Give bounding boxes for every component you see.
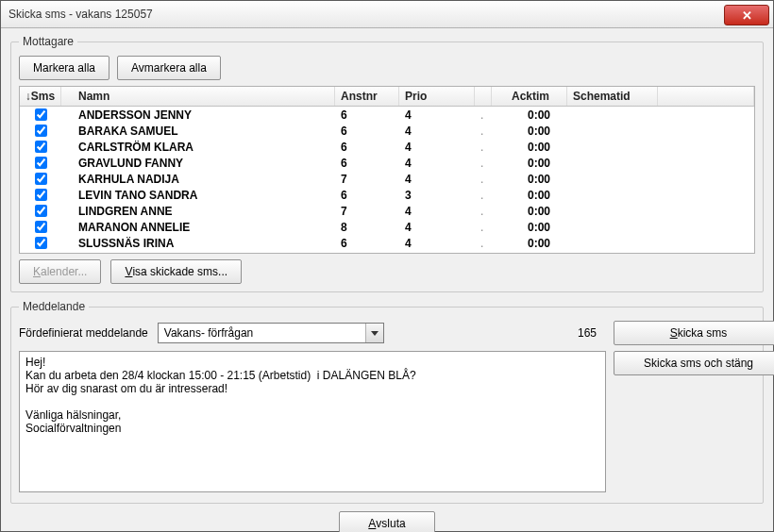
table-header: ↓Sms Namn Anstnr Prio Acktim Schematid — [20, 87, 754, 107]
cell-sms[interactable] — [20, 219, 61, 235]
col-name[interactable]: Namn — [61, 87, 335, 106]
col-prio[interactable]: Prio — [399, 87, 475, 106]
table-row[interactable]: GRAVLUND FANNY64.0:00 — [20, 155, 754, 171]
deselect-all-button[interactable]: Avmarkera alla — [117, 56, 221, 80]
send-sms-and-close-button[interactable]: Skicka sms och stäng — [614, 351, 774, 375]
cell-gap: . — [475, 171, 492, 187]
row-checkbox[interactable] — [35, 237, 47, 249]
table-row[interactable]: LEVIN TANO SANDRA63.0:00 — [20, 187, 754, 203]
message-top-row: Fördefinierat meddelande 165 Skicka sms — [19, 321, 755, 345]
table-row[interactable]: LINDGREN ANNE74.0:00 — [20, 203, 754, 219]
table-row[interactable]: KARHULA NADIJA74.0:00 — [20, 171, 754, 187]
cell-sms[interactable] — [20, 139, 61, 155]
cell-sms[interactable] — [20, 235, 61, 251]
cell-sms[interactable] — [20, 171, 61, 187]
cell-prio: 4 — [399, 171, 475, 187]
cell-prio: 4 — [399, 155, 475, 171]
cell-acktim: 0:00 — [492, 219, 567, 235]
cell-schematid — [567, 107, 658, 123]
footer: Avsluta — [10, 511, 764, 532]
cell-prio: 4 — [399, 123, 475, 139]
recipients-button-row: Markera alla Avmarkera alla — [19, 56, 755, 80]
cell-anstnr: 6 — [335, 139, 399, 155]
col-gap[interactable] — [475, 87, 492, 106]
cell-gap: . — [475, 219, 492, 235]
table-row[interactable]: BARAKA SAMUEL64.0:00 — [20, 123, 754, 139]
cell-name: ANDERSSON JENNY — [61, 107, 335, 123]
cell-schematid — [567, 187, 658, 203]
table-body[interactable]: ANDERSSON JENNY64.0:00BARAKA SAMUEL64.0:… — [20, 107, 754, 253]
close-button[interactable]: ✕ — [724, 5, 769, 25]
recipients-group: Mottagare Markera alla Avmarkera alla ↓S… — [10, 35, 764, 292]
cell-name: GRAVLUND FANNY — [61, 155, 335, 171]
predefined-combo[interactable] — [158, 323, 384, 343]
cell-anstnr: 6 — [335, 187, 399, 203]
cell-prio: 3 — [399, 187, 475, 203]
calendar-button[interactable]: Kalender... — [19, 259, 101, 284]
cell-acktim: 0:00 — [492, 155, 567, 171]
message-group: Meddelande Fördefinierat meddelande 165 … — [10, 300, 764, 504]
col-schematid[interactable]: Schematid — [567, 87, 658, 106]
cell-acktim: 0:00 — [492, 203, 567, 219]
recipients-legend: Mottagare — [19, 35, 77, 48]
predefined-combo-button[interactable] — [365, 324, 383, 342]
row-checkbox[interactable] — [35, 125, 47, 137]
select-all-button[interactable]: Markera alla — [19, 56, 109, 80]
row-checkbox[interactable] — [35, 221, 47, 233]
cell-acktim: 0:00 — [492, 123, 567, 139]
cell-schematid — [567, 155, 658, 171]
table-row[interactable]: SLUSSNÄS IRINA64.0:00 — [20, 235, 754, 251]
cell-sms[interactable] — [20, 107, 61, 123]
table-row[interactable]: CARLSTRÖM KLARA64.0:00 — [20, 139, 754, 155]
cell-name: MARANON ANNELIE — [61, 219, 335, 235]
cell-schematid — [567, 219, 658, 235]
row-checkbox[interactable] — [35, 108, 47, 121]
row-checkbox[interactable] — [35, 173, 47, 185]
col-sms[interactable]: ↓Sms — [20, 87, 61, 106]
cell-schematid — [567, 203, 658, 219]
cell-acktim: 0:00 — [492, 107, 567, 123]
col-acktim[interactable]: Acktim — [492, 87, 567, 106]
cell-schematid — [567, 235, 658, 251]
cell-acktim: 0:00 — [492, 187, 567, 203]
cell-gap: . — [475, 235, 492, 251]
predefined-combo-input[interactable] — [158, 323, 384, 343]
message-side-buttons: Skicka sms och stäng — [614, 351, 755, 495]
close-dialog-button[interactable]: Avsluta — [339, 511, 434, 532]
cell-gap: . — [475, 123, 492, 139]
table-row[interactable]: MARANON ANNELIE84.0:00 — [20, 219, 754, 235]
cell-anstnr: 8 — [335, 219, 399, 235]
show-sent-sms-button[interactable]: Visa skickade sms... — [110, 259, 242, 284]
client-area: Mottagare Markera alla Avmarkera alla ↓S… — [1, 27, 773, 531]
table-row[interactable]: ANDERSSON JENNY64.0:00 — [20, 107, 754, 123]
cell-name: LEVIN TANO SANDRA — [61, 187, 335, 203]
message-body-row: Skicka sms och stäng — [19, 351, 755, 495]
cell-schematid — [567, 171, 658, 187]
cell-anstnr: 6 — [335, 235, 399, 251]
message-textarea[interactable] — [19, 351, 606, 492]
cell-gap: . — [475, 187, 492, 203]
cell-acktim: 0:00 — [492, 235, 567, 251]
cell-prio: 4 — [399, 219, 475, 235]
col-anstnr[interactable]: Anstnr — [335, 87, 399, 106]
cell-anstnr: 6 — [335, 107, 399, 123]
cell-acktim: 0:00 — [492, 139, 567, 155]
row-checkbox[interactable] — [35, 141, 47, 153]
cell-sms[interactable] — [20, 203, 61, 219]
cell-sms[interactable] — [20, 155, 61, 171]
cell-anstnr: 6 — [335, 155, 399, 171]
row-checkbox[interactable] — [35, 157, 47, 169]
row-checkbox[interactable] — [35, 205, 47, 217]
recipients-table: ↓Sms Namn Anstnr Prio Acktim Schematid A… — [19, 86, 755, 254]
send-sms-button[interactable]: Skicka sms — [614, 321, 774, 345]
titlebar: Skicka sms - vakans 125057 ✕ — [1, 1, 773, 28]
cell-name: SLUSSNÄS IRINA — [61, 235, 335, 251]
cell-anstnr: 6 — [335, 123, 399, 139]
message-legend: Meddelande — [19, 300, 89, 313]
cell-sms[interactable] — [20, 123, 61, 139]
dialog-window: Skicka sms - vakans 125057 ✕ Mottagare M… — [0, 0, 774, 532]
recipients-below-row: Kalender... Visa skickade sms... — [19, 259, 755, 284]
cell-sms[interactable] — [20, 187, 61, 203]
row-checkbox[interactable] — [35, 189, 47, 201]
cell-gap: . — [475, 203, 492, 219]
